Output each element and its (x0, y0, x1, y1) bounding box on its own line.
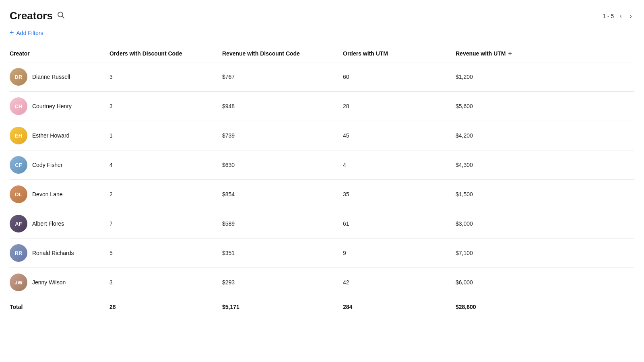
pagination-next-button[interactable]: › (627, 12, 634, 21)
revenue-discount-courtney: $948 (219, 92, 340, 121)
table-row: CH Courtney Henry 3$94828$5,600 (10, 92, 634, 121)
revenue-utm-devon: $1,500 (452, 180, 634, 209)
creator-cell-inner: AF Albert Flores (10, 215, 103, 232)
creator-cell-esther[interactable]: EH Esther Howard (10, 121, 106, 150)
avatar-albert: AF (10, 215, 27, 232)
avatar-initials: DL (15, 191, 22, 197)
table-row: CF Cody Fisher 4$6304$4,300 (10, 150, 634, 180)
pagination-prev-button[interactable]: ‹ (617, 12, 624, 21)
orders-discount-ronald: 5 (106, 239, 219, 268)
add-filters-button[interactable]: + Add Filters (10, 29, 634, 37)
revenue-discount-dianne: $767 (219, 62, 340, 92)
revenue-utm-albert: $3,000 (452, 209, 634, 239)
th-orders-utm: Orders with UTM (340, 45, 452, 62)
totals-label: Total (10, 297, 106, 317)
table-row: EH Esther Howard 1$73945$4,200 (10, 121, 634, 150)
revenue-discount-albert: $589 (219, 209, 340, 239)
totals-orders-discount: 28 (106, 297, 219, 317)
th-revenue-discount: Revenue with Discount Code (219, 45, 340, 62)
creator-name-cody: Cody Fisher (32, 162, 62, 168)
orders-utm-ronald: 9 (340, 239, 452, 268)
table-row: DL Devon Lane 2$85435$1,500 (10, 180, 634, 209)
avatar-initials: CH (15, 103, 23, 109)
th-creator: Creator (10, 45, 106, 62)
orders-utm-esther: 45 (340, 121, 452, 150)
orders-utm-dianne: 60 (340, 62, 452, 92)
creator-cell-jenny[interactable]: JW Jenny Wilson (10, 268, 106, 297)
th-revenue-utm: Revenue with UTM + (452, 45, 634, 62)
orders-discount-albert: 7 (106, 209, 219, 239)
creator-cell-inner: EH Esther Howard (10, 127, 103, 144)
table-row: RR Ronald Richards 5$3519$7,100 (10, 239, 634, 268)
avatar-initials: EH (15, 133, 22, 139)
svg-line-1 (62, 16, 64, 19)
orders-utm-devon: 35 (340, 180, 452, 209)
creator-cell-albert[interactable]: AF Albert Flores (10, 209, 106, 239)
creator-name-courtney: Courtney Henry (32, 103, 72, 109)
creator-cell-inner: JW Jenny Wilson (10, 274, 103, 291)
revenue-discount-jenny: $293 (219, 268, 340, 297)
avatar-cody: CF (10, 156, 27, 174)
orders-utm-albert: 61 (340, 209, 452, 239)
orders-utm-cody: 4 (340, 150, 452, 180)
creator-cell-dianne[interactable]: DR Dianne Russell (10, 62, 106, 92)
totals-row: Total 28 $5,171 284 $28,600 (10, 297, 634, 317)
creator-name-dianne: Dianne Russell (32, 74, 70, 80)
creator-cell-cody[interactable]: CF Cody Fisher (10, 150, 106, 180)
orders-discount-cody: 4 (106, 150, 219, 180)
creators-table: Creator Orders with Discount Code Revenu… (10, 45, 634, 317)
creator-cell-devon[interactable]: DL Devon Lane (10, 180, 106, 209)
page-container: Creators 1 - 5 ‹ › + Add Filters Creator (0, 0, 644, 317)
avatar-initials: JW (14, 280, 23, 286)
totals-orders-utm: 284 (340, 297, 452, 317)
avatar-initials: RR (15, 250, 23, 256)
th-orders-discount: Orders with Discount Code (106, 45, 219, 62)
search-icon[interactable] (57, 11, 65, 21)
add-column-icon[interactable]: + (508, 50, 512, 57)
revenue-utm-ronald: $7,100 (452, 239, 634, 268)
table-row: JW Jenny Wilson 3$29342$6,000 (10, 268, 634, 297)
creator-cell-inner: CH Courtney Henry (10, 97, 103, 115)
creator-name-albert: Albert Flores (32, 220, 64, 227)
revenue-utm-courtney: $5,600 (452, 92, 634, 121)
revenue-utm-dianne: $1,200 (452, 62, 634, 92)
orders-utm-courtney: 28 (340, 92, 452, 121)
totals-revenue-utm: $28,600 (452, 297, 634, 317)
creator-cell-inner: RR Ronald Richards (10, 244, 103, 262)
plus-icon: + (10, 29, 14, 37)
avatar-devon: DL (10, 185, 27, 203)
header-row: Creators 1 - 5 ‹ › (10, 10, 634, 22)
revenue-discount-esther: $739 (219, 121, 340, 150)
creator-cell-inner: DR Dianne Russell (10, 68, 103, 86)
orders-discount-jenny: 3 (106, 268, 219, 297)
table-row: DR Dianne Russell 3$76760$1,200 (10, 62, 634, 92)
revenue-discount-cody: $630 (219, 150, 340, 180)
revenue-discount-ronald: $351 (219, 239, 340, 268)
pagination: 1 - 5 ‹ › (603, 12, 634, 21)
table-footer: Total 28 $5,171 284 $28,600 (10, 297, 634, 317)
avatar-initials: AF (15, 221, 22, 227)
avatar-initials: DR (15, 74, 23, 80)
avatar-courtney: CH (10, 97, 27, 115)
page-title: Creators (10, 10, 53, 22)
add-filters-label: Add Filters (17, 30, 43, 36)
avatar-dianne: DR (10, 68, 27, 86)
creator-name-jenny: Jenny Wilson (32, 279, 66, 286)
creator-cell-ronald[interactable]: RR Ronald Richards (10, 239, 106, 268)
creator-cell-inner: CF Cody Fisher (10, 156, 103, 174)
revenue-utm-jenny: $6,000 (452, 268, 634, 297)
revenue-discount-devon: $854 (219, 180, 340, 209)
avatar-initials: CF (15, 162, 22, 168)
totals-revenue-discount: $5,171 (219, 297, 340, 317)
revenue-utm-cody: $4,300 (452, 150, 634, 180)
orders-utm-jenny: 42 (340, 268, 452, 297)
table-body: DR Dianne Russell 3$76760$1,200 CH Court… (10, 62, 634, 297)
creator-name-devon: Devon Lane (32, 191, 63, 197)
table-header: Creator Orders with Discount Code Revenu… (10, 45, 634, 62)
orders-discount-courtney: 3 (106, 92, 219, 121)
creator-cell-courtney[interactable]: CH Courtney Henry (10, 92, 106, 121)
creator-name-ronald: Ronald Richards (32, 250, 74, 256)
creator-name-esther: Esther Howard (32, 132, 70, 139)
header-row-tr: Creator Orders with Discount Code Revenu… (10, 45, 634, 62)
revenue-utm-esther: $4,200 (452, 121, 634, 150)
